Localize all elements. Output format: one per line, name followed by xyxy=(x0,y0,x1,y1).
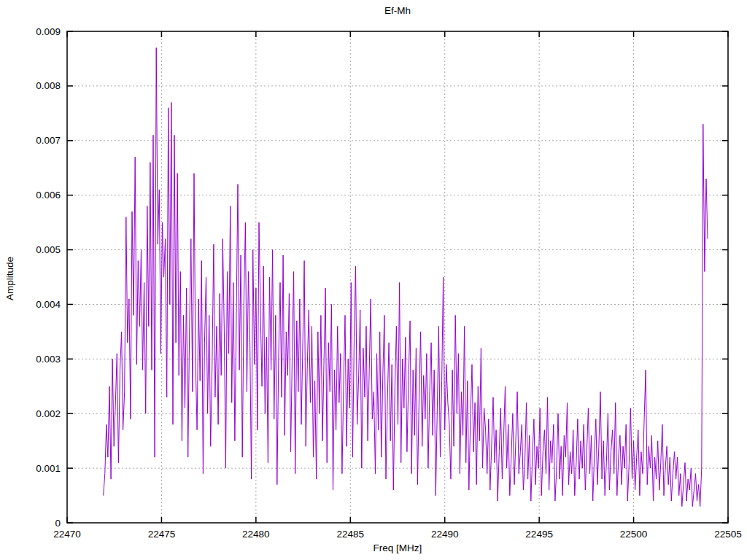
y-tick-label: 0.001 xyxy=(36,463,61,474)
y-tick-label: 0.002 xyxy=(36,408,61,419)
y-tick-label: 0.005 xyxy=(36,244,61,255)
x-tick-label: 22470 xyxy=(53,529,81,540)
x-tick-label: 22505 xyxy=(714,529,742,540)
y-tick-label: 0 xyxy=(55,518,61,529)
y-tick-label: 0.008 xyxy=(36,80,61,91)
data-line-ef-mh xyxy=(104,48,708,507)
plot-border xyxy=(67,31,728,523)
x-tick-label: 22485 xyxy=(337,529,365,540)
y-tick-label: 0.007 xyxy=(36,135,61,146)
x-tick-label: 22495 xyxy=(525,529,553,540)
plot-area: 2247022475224802248522490224952250022505… xyxy=(0,0,747,560)
y-tick-label: 0.009 xyxy=(36,26,61,37)
x-tick-label: 22480 xyxy=(242,529,270,540)
x-tick-label: 22490 xyxy=(431,529,459,540)
x-tick-label: 22475 xyxy=(148,529,176,540)
y-tick-label: 0.004 xyxy=(36,299,61,310)
x-tick-label: 22500 xyxy=(620,529,648,540)
y-tick-label: 0.003 xyxy=(36,354,61,365)
y-tick-label: 0.006 xyxy=(36,190,61,201)
